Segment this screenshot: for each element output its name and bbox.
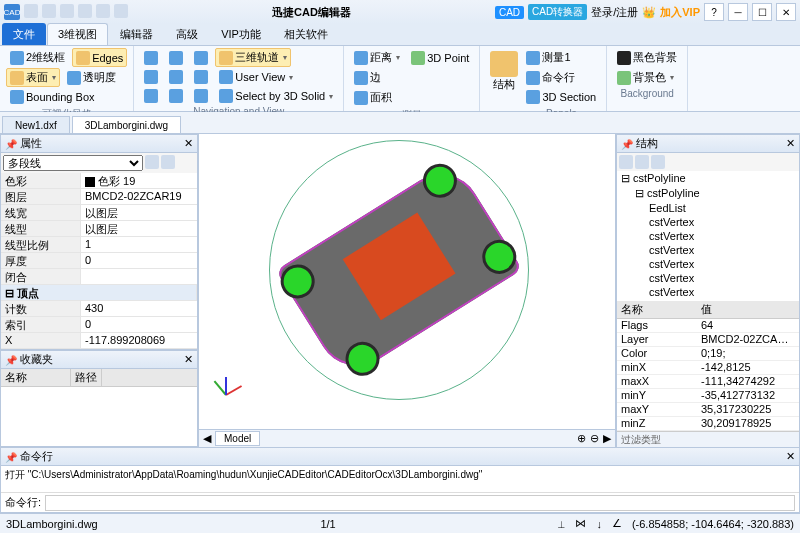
snap-icon[interactable]: ⟂ xyxy=(558,518,565,530)
vtab-next-icon[interactable]: ▶ xyxy=(603,432,611,445)
property-row[interactable]: 色彩色彩 19 xyxy=(1,173,197,189)
btn-userview[interactable]: User View▾ xyxy=(215,68,297,86)
tab-file[interactable]: 文件 xyxy=(2,23,46,45)
btn-edges[interactable]: Edges xyxy=(72,48,127,67)
tree-item[interactable]: cstVertex xyxy=(617,285,799,299)
tree-item[interactable]: EedList xyxy=(617,201,799,215)
structure-tree[interactable]: ⊟ cstPolyline⊟ cstPolylineEedListcstVert… xyxy=(617,171,799,301)
qat-icon[interactable] xyxy=(24,4,38,18)
tab-vip[interactable]: VIP功能 xyxy=(210,23,272,45)
props-tool-icon[interactable] xyxy=(145,155,159,169)
struct-tool-icon[interactable] xyxy=(619,155,633,169)
pin-icon[interactable] xyxy=(5,138,17,150)
property-row[interactable]: 线型以图层 xyxy=(1,221,197,237)
btn-view1[interactable] xyxy=(140,68,162,86)
help-button[interactable]: ? xyxy=(704,3,724,21)
tree-item[interactable]: cstVertex xyxy=(617,215,799,229)
snap-icon[interactable]: ∠ xyxy=(612,517,622,530)
snap-icon[interactable]: ⋈ xyxy=(575,517,586,530)
vtab-zoom-icon[interactable]: ⊕ xyxy=(577,432,586,445)
tab-related[interactable]: 相关软件 xyxy=(273,23,339,45)
tree-item[interactable]: cstVertex xyxy=(617,271,799,285)
snap-icon[interactable]: ↓ xyxy=(596,518,602,530)
vip-button[interactable]: 加入VIP xyxy=(660,5,700,20)
command-input[interactable] xyxy=(45,495,795,511)
close-icon[interactable]: ✕ xyxy=(786,450,795,463)
btn-3dorbit[interactable]: 三维轨道▾ xyxy=(215,48,291,67)
qat-icon[interactable] xyxy=(60,4,74,18)
btn-3dpoint[interactable]: 3D Point xyxy=(407,48,473,67)
btn-cmdline[interactable]: 命令行 xyxy=(522,68,579,87)
tree-item[interactable]: cstVertex xyxy=(617,257,799,271)
pin-icon[interactable] xyxy=(5,354,17,366)
tree-item[interactable]: cstVertex xyxy=(617,229,799,243)
qat-icon[interactable] xyxy=(114,4,128,18)
btn-zoom-in[interactable] xyxy=(165,48,187,67)
tree-item[interactable]: cstVertex xyxy=(617,243,799,257)
pin-icon[interactable] xyxy=(5,451,17,463)
btn-edge[interactable]: 边 xyxy=(350,68,385,87)
btn-zoom-extent[interactable] xyxy=(140,48,162,67)
close-icon[interactable]: ✕ xyxy=(786,137,795,150)
btn-struct-big[interactable]: 结构 xyxy=(486,48,522,111)
login-link[interactable]: 登录/注册 xyxy=(591,5,638,20)
tab-editor[interactable]: 编辑器 xyxy=(109,23,164,45)
btn-bbox[interactable]: Bounding Box xyxy=(6,88,99,106)
cad-badge[interactable]: CAD xyxy=(495,6,524,19)
btn-blackbg[interactable]: 黑色背景 xyxy=(613,48,681,67)
detail-row: Color0;19; xyxy=(617,347,799,361)
btn-meas1[interactable]: 测量1 xyxy=(522,48,574,67)
property-row[interactable]: X-117.899208069 xyxy=(1,333,197,349)
tree-item[interactable]: ⊟ cstPolyline xyxy=(617,186,799,201)
vtab-prev-icon[interactable]: ◀ xyxy=(203,432,211,445)
minimize-button[interactable]: ─ xyxy=(728,3,748,21)
struct-tool-icon[interactable] xyxy=(635,155,649,169)
chevron-down-icon: ▾ xyxy=(52,73,56,82)
col-name: 名称 xyxy=(617,301,697,318)
close-button[interactable]: ✕ xyxy=(776,3,796,21)
property-row[interactable]: 索引0 xyxy=(1,317,197,333)
struct-tool-icon[interactable] xyxy=(651,155,665,169)
property-row[interactable]: 闭合 xyxy=(1,269,197,285)
tab-3dview[interactable]: 3维视图 xyxy=(47,23,108,45)
doc-tab[interactable]: New1.dxf xyxy=(2,116,70,133)
btn-view3[interactable] xyxy=(190,68,212,86)
btn-2dwire[interactable]: 2维线框 xyxy=(6,48,69,67)
qat-icon[interactable] xyxy=(96,4,110,18)
property-row[interactable]: 线宽以图层 xyxy=(1,205,197,221)
doc-tab[interactable]: 3DLamborgini.dwg xyxy=(72,116,181,133)
btn-view4[interactable] xyxy=(140,87,162,105)
canvas-3d[interactable] xyxy=(199,134,615,429)
qat-icon[interactable] xyxy=(78,4,92,18)
property-row[interactable]: 厚度0 xyxy=(1,253,197,269)
panel-title: 结构 xyxy=(636,136,658,151)
btn-zoom-out[interactable] xyxy=(190,48,212,67)
btn-bgcolor[interactable]: 背景色▾ xyxy=(613,68,678,87)
property-row[interactable]: 图层BMCD2-02ZCAR19 xyxy=(1,189,197,205)
maximize-button[interactable]: ☐ xyxy=(752,3,772,21)
close-icon[interactable]: ✕ xyxy=(184,353,193,366)
cad-convert-button[interactable]: CAD转换器 xyxy=(528,4,587,20)
property-row[interactable]: 计数430 xyxy=(1,301,197,317)
btn-surface[interactable]: 表面▾ xyxy=(6,68,60,87)
close-icon[interactable]: ✕ xyxy=(184,137,193,150)
btn-opacity[interactable]: 透明度 xyxy=(63,68,120,87)
qat-icon[interactable] xyxy=(42,4,56,18)
detail-row: Flags64 xyxy=(617,319,799,333)
btn-3dsection[interactable]: 3D Section xyxy=(522,88,600,106)
btn-view5[interactable] xyxy=(165,87,187,105)
btn-select3d[interactable]: Select by 3D Solid▾ xyxy=(215,87,337,105)
vtab-zoom-out-icon[interactable]: ⊖ xyxy=(590,432,599,445)
property-row[interactable]: 线型比例1 xyxy=(1,237,197,253)
pin-icon[interactable] xyxy=(621,138,633,150)
tree-item[interactable]: ⊟ cstPolyline xyxy=(617,171,799,186)
tab-advanced[interactable]: 高级 xyxy=(165,23,209,45)
vtab-model[interactable]: Model xyxy=(215,431,260,446)
props-tool-icon[interactable] xyxy=(161,155,175,169)
btn-view6[interactable] xyxy=(190,87,212,105)
main-area: 属性✕ 多段线 色彩色彩 19图层BMCD2-02ZCAR19线宽以图层线型以图… xyxy=(0,134,800,447)
btn-area[interactable]: 面积 xyxy=(350,88,396,107)
btn-view2[interactable] xyxy=(165,68,187,86)
btn-distance[interactable]: 距离▾ xyxy=(350,48,404,67)
object-type-select[interactable]: 多段线 xyxy=(3,155,143,171)
